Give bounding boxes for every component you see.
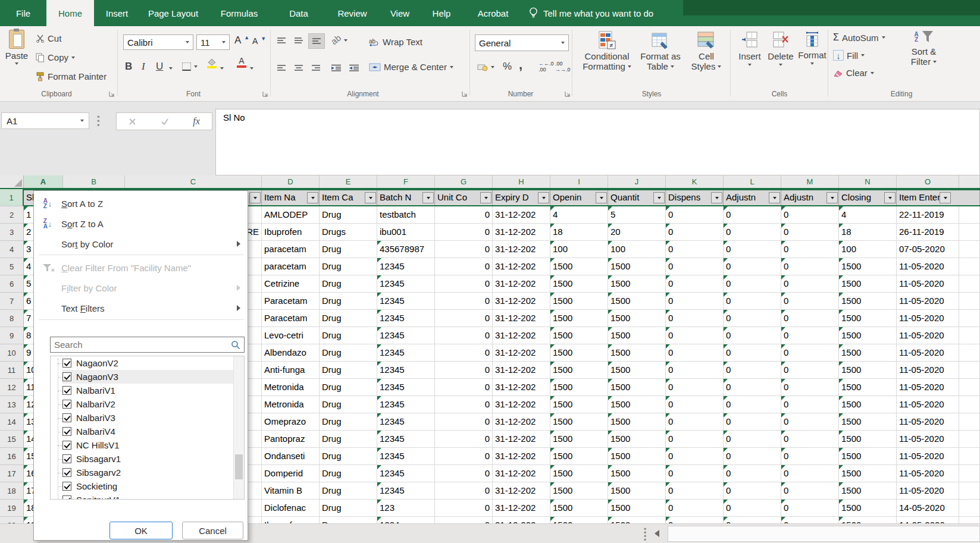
align-middle-button[interactable] — [291, 33, 306, 48]
cell-G-row18[interactable]: 0 — [435, 482, 493, 500]
row-header-18[interactable]: 18 — [0, 482, 24, 500]
cell-J-row16[interactable]: 1500 — [608, 448, 666, 465]
clear-button[interactable]: Clear — [833, 68, 874, 78]
cell-p-row17[interactable] — [959, 465, 980, 482]
cell-M-row11[interactable]: 0 — [781, 362, 839, 379]
cell-p-row5[interactable] — [959, 258, 980, 275]
cell-O-row2[interactable]: 22-11-2019 — [897, 206, 959, 224]
cell-N-row8[interactable]: 1500 — [839, 310, 897, 327]
cell-K-row11[interactable]: 0 — [666, 362, 724, 379]
cell-O-row15[interactable]: 11-05-2020 — [897, 431, 959, 448]
cut-button[interactable]: Cut — [36, 33, 61, 43]
cell-M-row17[interactable]: 0 — [781, 465, 839, 482]
cell-I-row15[interactable]: 1500 — [550, 431, 608, 448]
clipboard-dialog-launcher[interactable] — [108, 90, 115, 98]
cell-F-row6[interactable]: 12345 — [377, 275, 435, 293]
cell-I-row7[interactable]: 1500 — [550, 293, 608, 310]
number-format-caret[interactable] — [561, 42, 565, 44]
cell-K-row12[interactable]: 0 — [666, 379, 724, 396]
cell-H-row14[interactable]: 31-12-202 — [493, 413, 550, 431]
cell-G-row15[interactable]: 0 — [435, 431, 493, 448]
grow-font-button[interactable]: A▲ — [234, 34, 249, 46]
cell-M-row6[interactable]: 0 — [781, 275, 839, 293]
cell-F-row2[interactable]: testbatch — [377, 206, 435, 224]
cell-O-row17[interactable]: 11-05-2020 — [897, 465, 959, 482]
cell-D-row13[interactable]: Metronida — [262, 396, 320, 413]
alignment-dialog-launcher[interactable] — [461, 90, 468, 98]
bold-button[interactable]: B — [125, 61, 132, 73]
cell-H-row9[interactable]: 31-12-202 — [493, 327, 550, 344]
cell-L-row10[interactable]: 0 — [724, 344, 781, 362]
filter-dropdown-button-M[interactable] — [826, 192, 838, 203]
name-box[interactable]: A1 — [1, 112, 89, 129]
list-scrollbar[interactable] — [233, 356, 244, 499]
filter-search-box[interactable] — [50, 337, 245, 353]
cell-M-row10[interactable]: 0 — [781, 344, 839, 362]
cell-M-row16[interactable]: 0 — [781, 448, 839, 465]
cell-L-row7[interactable]: 0 — [724, 293, 781, 310]
filter-dropdown-button-K[interactable] — [711, 192, 722, 203]
filter-dropdown-button-L[interactable] — [769, 192, 780, 203]
fill-color-button[interactable] — [207, 58, 217, 68]
cell-D-row16[interactable]: Ondanseti — [262, 448, 320, 465]
cell-K-row19[interactable]: 0 — [666, 500, 724, 517]
cell-I-row11[interactable]: 1500 — [550, 362, 608, 379]
cell-N-row16[interactable]: 1500 — [839, 448, 897, 465]
cell-O-row7[interactable]: 11-05-2020 — [897, 293, 959, 310]
cell-J-row11[interactable]: 1500 — [608, 362, 666, 379]
row-header-2[interactable]: 2 — [0, 206, 24, 224]
filter-dropdown-button-I[interactable] — [596, 192, 607, 203]
header-cell-J[interactable]: Quantit — [608, 190, 666, 205]
filter-value-nalbariv2[interactable]: NalbariV2 — [62, 397, 244, 411]
cell-M-row13[interactable]: 0 — [781, 396, 839, 413]
cell-J-row8[interactable]: 1500 — [608, 310, 666, 327]
column-header-J[interactable]: J — [608, 175, 666, 188]
insert-function-button[interactable]: fx — [193, 116, 200, 127]
cell-E-row7[interactable]: Drug — [320, 293, 377, 310]
cell-J-row7[interactable]: 1500 — [608, 293, 666, 310]
borders-button[interactable] — [182, 62, 198, 71]
cell-K-row18[interactable]: 0 — [666, 482, 724, 500]
tab-acrobat[interactable]: Acrobat — [462, 0, 524, 26]
cell-L-row3[interactable]: 0 — [724, 224, 781, 241]
cell-N-row18[interactable]: 1500 — [839, 482, 897, 500]
formula-input[interactable]: Sl No — [215, 109, 980, 175]
column-header-C[interactable]: C — [125, 175, 262, 188]
cell-E-row6[interactable]: Drug — [320, 275, 377, 293]
format-caret[interactable] — [810, 62, 814, 65]
checkbox-checked[interactable] — [62, 386, 71, 395]
header-cell-M[interactable]: Adjustn — [781, 190, 839, 205]
tab-page-layout[interactable]: Page Layout — [140, 0, 206, 26]
cell-G-row12[interactable]: 0 — [435, 379, 493, 396]
cell-I-row8[interactable]: 1500 — [550, 310, 608, 327]
cell-J-row17[interactable]: 1500 — [608, 465, 666, 482]
cell-p-row7[interactable] — [959, 293, 980, 310]
cell-N-row13[interactable]: 1500 — [839, 396, 897, 413]
cell-p-row11[interactable] — [959, 362, 980, 379]
fill-button[interactable]: ↓ Fill — [833, 50, 865, 61]
cell-L-row20[interactable]: 0 — [724, 517, 781, 523]
row-header-20[interactable]: 20 — [0, 517, 24, 523]
row-header-13[interactable]: 13 — [0, 396, 24, 413]
cell-D-row9[interactable]: Levo-cetri — [262, 327, 320, 344]
row-header-16[interactable]: 16 — [0, 448, 24, 465]
menu-item-sort-a-to-z[interactable]: AZ↓Sort A to Z — [34, 193, 248, 214]
orientation-button[interactable]: ab — [329, 33, 343, 47]
cell-M-row19[interactable]: 0 — [781, 500, 839, 517]
header-cell-D[interactable]: Item Na — [262, 190, 320, 205]
cell-I-row2[interactable]: 4 — [550, 206, 608, 224]
delete-caret[interactable] — [779, 64, 782, 66]
header-cell-F[interactable]: Batch N — [377, 190, 435, 205]
cancel-button[interactable]: Cancel — [182, 522, 243, 539]
column-header-B[interactable]: B — [63, 175, 125, 188]
cell-D-row17[interactable]: Domperid — [262, 465, 320, 482]
cell-F-row17[interactable]: 12345 — [377, 465, 435, 482]
align-bottom-button[interactable] — [308, 33, 325, 49]
scroll-left-arrow[interactable] — [655, 530, 659, 537]
fill-color-caret[interactable] — [220, 67, 224, 70]
cell-J-row9[interactable]: 1500 — [608, 327, 666, 344]
column-header-O[interactable]: O — [897, 175, 959, 188]
filter-dropdown-button-E[interactable] — [365, 192, 376, 203]
cell-H-row12[interactable]: 31-12-202 — [493, 379, 550, 396]
orientation-caret[interactable] — [344, 39, 347, 42]
